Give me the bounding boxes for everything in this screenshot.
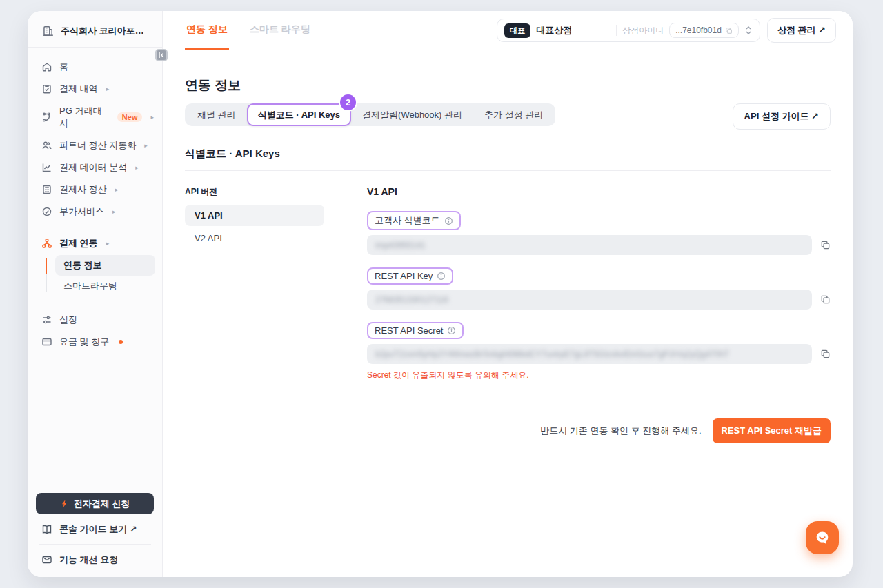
merchant-code-row: imp43955141 <box>367 235 831 255</box>
merchant-code-input[interactable]: imp43955141 <box>367 235 812 255</box>
apply-epay-button[interactable]: 전자결제 신청 <box>36 493 154 514</box>
sidebar-item-settings[interactable]: 설정 <box>28 309 162 331</box>
app-window: 주식회사 코리아포트원(Kore... 홈 결제 내역 ▸ PG 거래대사 Ne… <box>28 11 853 577</box>
main-panel: 연동 정보 채널 관리 식별코드 · API Keys 2 결제알림(Webho… <box>163 50 853 577</box>
field-merchant-code: 고객사 식별코드 imp43955141 <box>367 211 831 255</box>
submenu-rail-active <box>46 258 47 274</box>
secret-warning: Secret 값이 유출되지 않도록 유의해 주세요. <box>367 369 831 381</box>
api-guide-button[interactable]: API 설정 가이드 ↗ <box>733 103 831 130</box>
content-area: 연동 정보 스마트 라우팅 대표 대표상점 상점아이디 ...7e10fb01d… <box>163 11 853 577</box>
step-badge: 2 <box>340 94 356 110</box>
sidebar-submenu: 연동 정보 스마트라우팅 <box>28 255 155 296</box>
merchant-code-label: 고객사 식별코드 <box>367 211 461 230</box>
version-item-v2[interactable]: V2 API <box>185 227 324 249</box>
tab-identifier-api-keys-label: 식별코드 · API Keys <box>258 109 340 121</box>
copy-rest-api-key-button[interactable] <box>820 294 831 305</box>
api-keys-panel: V1 API 고객사 식별코드 imp43955141 <box>345 182 831 443</box>
sidebar-item-integration-info[interactable]: 연동 정보 <box>55 255 155 276</box>
sidebar-collapse-button[interactable] <box>155 49 168 61</box>
sidebar-footer: 전자결제 신청 콘솔 가이드 보기 ↗ 기능 개선 요청 <box>28 493 162 577</box>
chat-icon <box>813 529 831 547</box>
console-guide-link[interactable]: 콘솔 가이드 보기 ↗ <box>36 514 154 544</box>
feature-request-label: 기능 개선 요청 <box>59 554 118 566</box>
rest-api-secret-label-text: REST API Secret <box>375 325 443 336</box>
info-icon[interactable] <box>437 272 446 281</box>
sidebar-item-smart-routing[interactable]: 스마트라우팅 <box>55 276 155 296</box>
building-icon <box>41 25 54 37</box>
sidebar-item-label: PG 거래대사 <box>59 105 110 130</box>
tab-identifier-api-keys[interactable]: 식별코드 · API Keys 2 <box>247 103 351 126</box>
chat-launcher-button[interactable] <box>806 521 839 554</box>
section-body: API 버전 V1 API V2 API V1 API 고객사 식별코드 imp… <box>185 182 831 443</box>
tab-extra-settings[interactable]: 추가 설정 관리 <box>473 109 554 121</box>
sidebar: 주식회사 코리아포트원(Kore... 홈 결제 내역 ▸ PG 거래대사 Ne… <box>28 11 163 577</box>
chart-icon <box>41 162 52 173</box>
feature-request-link[interactable]: 기능 개선 요청 <box>36 545 154 567</box>
sidebar-item-label: 결제사 정산 <box>59 183 107 196</box>
chevron-right-icon: ▸ <box>115 186 119 193</box>
merchant-code-label-text: 고객사 식별코드 <box>375 214 440 227</box>
manage-store-button[interactable]: 상점 관리 ↗ <box>767 18 836 43</box>
tab-smart-routing[interactable]: 스마트 라우팅 <box>248 11 312 50</box>
spacer <box>28 299 162 309</box>
chevron-right-icon: ▸ <box>144 142 148 149</box>
sidebar-item-label: 결제 데이터 분석 <box>59 161 127 174</box>
store-selector[interactable]: 대표 대표상점 상점아이디 ...7e10fb01d <box>497 19 760 42</box>
panel-collapse-icon <box>158 52 165 59</box>
info-icon[interactable] <box>444 216 453 225</box>
sidebar-item-partner-settlement[interactable]: 파트너 정산 자동화 ▸ <box>28 134 162 156</box>
sidebar-item-addons[interactable]: 부가서비스 ▸ <box>28 201 162 223</box>
rest-api-secret-value: b2puT2zxm5yHp2Y4WxwzBrSnbgh698bdCY7uvtrp… <box>375 349 729 359</box>
chevron-updown-icon <box>744 26 753 35</box>
sidebar-item-billing[interactable]: 요금 및 청구 <box>28 331 162 353</box>
page-title: 연동 정보 <box>185 77 831 94</box>
tab-webhook-management[interactable]: 결제알림(Webhook) 관리 <box>351 109 473 121</box>
rest-api-secret-label: REST API Secret <box>367 322 464 339</box>
sidebar-item-data-analytics[interactable]: 결제 데이터 분석 ▸ <box>28 156 162 179</box>
copy-icon <box>725 27 733 34</box>
users-icon <box>41 140 52 151</box>
api-version-column: API 버전 V1 API V2 API <box>185 182 345 443</box>
store-type-badge: 대표 <box>504 23 530 38</box>
sidebar-item-psp-settlement[interactable]: 결제사 정산 ▸ <box>28 179 162 201</box>
tab-channel-management[interactable]: 채널 관리 <box>186 109 247 121</box>
section-divider <box>185 170 831 171</box>
topbar-tabs: 연동 정보 스마트 라우팅 <box>185 11 312 50</box>
route-icon <box>41 112 52 123</box>
book-icon <box>41 524 52 535</box>
copy-rest-api-secret-button[interactable] <box>820 349 831 359</box>
spacer <box>28 353 162 493</box>
copy-icon <box>820 294 831 305</box>
section-title: 식별코드 · API Keys <box>185 148 831 161</box>
rest-api-key-input[interactable]: 2768351330127116 <box>367 290 812 310</box>
regenerate-secret-button[interactable]: REST API Secret 재발급 <box>713 418 831 443</box>
rest-api-key-value: 2768351330127116 <box>375 295 448 305</box>
sidebar-item-payments[interactable]: 결제 내역 ▸ <box>28 78 162 100</box>
home-icon <box>41 61 52 72</box>
apply-epay-label: 전자결제 신청 <box>74 498 130 510</box>
notification-dot <box>119 340 123 344</box>
rest-api-secret-input[interactable]: b2puT2zxm5yHp2Y4WxwzBrSnbgh698bdCY7uvtrp… <box>367 344 812 364</box>
sidebar-group-payment-integration[interactable]: 결제 연동 ▸ <box>28 230 162 254</box>
compass-icon <box>41 206 52 217</box>
sidebar-nav: 홈 결제 내역 ▸ PG 거래대사 New ▸ 파트너 정산 자동화 ▸ 결제 … <box>28 48 162 230</box>
store-id-label: 상점아이디 <box>622 25 664 37</box>
version-item-v1[interactable]: V1 API <box>185 205 324 226</box>
store-name: 대표상점 <box>536 24 572 37</box>
copy-merchant-code-button[interactable] <box>820 240 831 250</box>
store-id-pill[interactable]: ...7e10fb01d <box>669 23 739 38</box>
tab-integration-info[interactable]: 연동 정보 <box>185 11 229 50</box>
calculator-icon <box>41 184 52 195</box>
sidebar-item-pg-recon[interactable]: PG 거래대사 New ▸ <box>28 100 162 134</box>
chevron-right-icon: ▸ <box>106 240 110 247</box>
chevron-right-icon: ▸ <box>150 114 154 121</box>
field-rest-api-secret: REST API Secret b2puT2zxm5yHp2Y4WxwzBrSn… <box>367 322 831 381</box>
sidebar-item-home[interactable]: 홈 <box>28 56 162 78</box>
regenerate-note: 반드시 기존 연동 확인 후 진행해 주세요. <box>540 425 701 437</box>
info-icon[interactable] <box>447 326 456 335</box>
panel-title: V1 API <box>367 182 831 199</box>
org-name: 주식회사 코리아포트원(Kore... <box>61 25 152 37</box>
new-badge: New <box>117 112 143 122</box>
org-selector[interactable]: 주식회사 코리아포트원(Kore... <box>28 11 162 47</box>
clipboard-icon <box>41 83 52 94</box>
